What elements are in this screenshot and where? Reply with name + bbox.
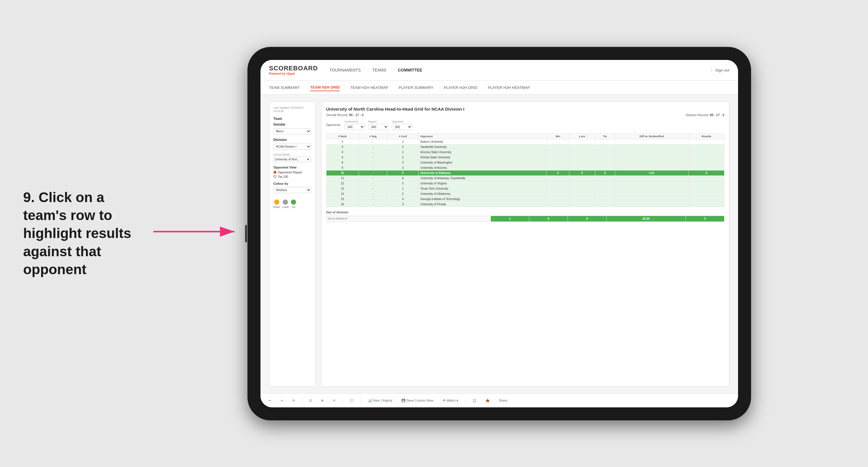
fit-button[interactable]: ⊡ (307, 398, 314, 404)
grid-panel: University of North Carolina Head-to-Hea… (321, 101, 730, 386)
out-division-loss: 0 (529, 216, 567, 222)
subnav-team-h2h-heatmap[interactable]: TEAM H2H HEATMAP (350, 84, 388, 91)
table-row[interactable]: 15-4Georgia Institute of Technology (326, 196, 724, 202)
colour-by-title: Colour by (274, 182, 311, 185)
legend-dot-up (291, 200, 296, 205)
gender-select[interactable]: Men's (274, 128, 311, 134)
legend-label-level: Level (282, 206, 289, 208)
tablet-frame: SCOREBOARD Powered by clippd TOURNAMENTS… (247, 47, 751, 420)
sub-nav: TEAM SUMMARY TEAM H2H GRID TEAM H2H HEAT… (260, 81, 738, 95)
subnav-player-h2h-grid[interactable]: PLAYER H2H GRID (444, 84, 477, 91)
radio-opponents-played[interactable]: Opponents Played (274, 171, 311, 174)
table-row[interactable]: 8-2University of Washington (326, 160, 724, 165)
th-rounds: Rounds (688, 134, 724, 139)
out-division-win: 1 (491, 216, 529, 222)
watch-button[interactable]: 👁 Watch ▾ (440, 398, 461, 404)
th-conf: # Conf (387, 134, 418, 139)
share-button[interactable]: Share (497, 398, 510, 403)
colour-by-select[interactable]: Win/loss (274, 187, 311, 193)
view-original-button[interactable]: 📊 View: Original (366, 398, 395, 404)
table-row[interactable]: 3-2Vanderbilt University (326, 144, 724, 149)
opponent-filter: Opponent (All) (392, 120, 412, 130)
opponent-select[interactable]: (All) (392, 124, 412, 130)
subnav-player-h2h-heatmap[interactable]: PLAYER H2H HEATMAP (488, 84, 530, 91)
division-select[interactable]: NCAA Division I (274, 144, 311, 150)
nav-teams[interactable]: TEAMS (372, 66, 386, 74)
out-division-row[interactable]: NCAA Division II 1 0 0 26.00 3 (326, 216, 724, 222)
out-division-rounds: 3 (686, 216, 724, 222)
legend-label-up: Up (292, 206, 295, 208)
h2h-table: # Rank # Reg # Conf Opponent Win Loss Ti… (326, 134, 724, 207)
th-diff: Diff Av Strokes/Rnd (615, 134, 688, 139)
main-content: Last Updated: 27/03/2024 16:55:38 Team G… (260, 95, 738, 393)
nav-committee[interactable]: COMMITTEE (398, 66, 422, 74)
gender-label: Gender (274, 122, 311, 126)
table-row[interactable]: 4-1Arizona State University (326, 149, 724, 155)
left-panel: Last Updated: 27/03/2024 16:55:38 Team G… (269, 101, 315, 386)
out-division-table: NCAA Division II 1 0 0 26.00 3 (326, 216, 724, 222)
th-loss: Loss (569, 134, 595, 139)
add-button[interactable]: ⊕ (319, 398, 326, 404)
subnav-team-summary[interactable]: TEAM SUMMARY (269, 84, 300, 91)
subnav-team-h2h-grid[interactable]: TEAM H2H GRID (310, 84, 340, 91)
table-row[interactable]: 16-3University of Florida (326, 202, 724, 207)
th-reg: # Reg (359, 134, 387, 139)
sign-out-link[interactable]: Sign out (715, 68, 730, 72)
subnav-player-summary[interactable]: PLAYER SUMMARY (399, 84, 433, 91)
out-division-tie: 0 (568, 216, 607, 222)
th-opponent: Opponent (418, 134, 547, 139)
app-bar: SCOREBOARD Powered by clippd TOURNAMENTS… (260, 60, 738, 81)
table-row[interactable]: 11-6University of Arkansas, Fayetteville (326, 175, 724, 181)
table-row[interactable]: 10-5University of Alabama3002.618 (326, 170, 724, 175)
logo-powered: Powered by clippd (269, 72, 318, 75)
radio-top100[interactable]: Top 100 (274, 175, 311, 178)
radio-dot-top100 (274, 175, 276, 178)
tablet-screen: SCOREBOARD Powered by clippd TOURNAMENTS… (260, 60, 738, 407)
legend-row: Down Level Up (274, 200, 311, 208)
conference-select[interactable]: (All) (344, 124, 365, 130)
team-label: Team (274, 117, 311, 121)
legend-label-down: Down (274, 206, 280, 208)
separator1 (302, 397, 302, 404)
nav-tournaments[interactable]: TOURNAMENTS (329, 66, 361, 74)
opponents-filter-label: Opponents: (326, 123, 341, 126)
undo-button[interactable]: ↩ (266, 398, 274, 404)
conference-filter: Conference (All) (344, 120, 365, 130)
region-select[interactable]: (All) (368, 124, 389, 130)
redo-button[interactable]: ↪ (278, 398, 285, 404)
th-tie: Tie (595, 134, 615, 139)
separator: | (711, 67, 712, 73)
logo-area: SCOREBOARD Powered by clippd (269, 65, 318, 75)
export-button[interactable]: 📤 (483, 398, 492, 404)
clipboard-button[interactable]: 📋 (470, 398, 479, 404)
nav-links: TOURNAMENTS TEAMS COMMITTEE (329, 66, 711, 74)
remove-button[interactable]: ✕ (331, 398, 338, 404)
opponent-view-title: Opponent View (274, 166, 311, 169)
table-row[interactable]: 2-1Auburn University (326, 139, 724, 144)
grid-title: University of North Carolina Head-to-Hea… (326, 107, 724, 112)
radio-dot-opponents (274, 171, 276, 174)
save-view-button[interactable]: 💾 Save Custom View (399, 398, 436, 404)
annotation-text: 9. Click on a team's row to highlight re… (23, 188, 139, 279)
table-row[interactable]: 14-2University of Oklahoma (326, 191, 724, 196)
logo-scoreboard: SCOREBOARD (269, 65, 318, 71)
table-row[interactable]: 9-3University of Arizona (326, 165, 724, 170)
th-rank: # Rank (326, 134, 359, 139)
legend-dot-level (283, 200, 288, 205)
legend-dot-down (274, 200, 279, 205)
last-updated: Last Updated: 27/03/2024 16:55:38 (274, 106, 311, 113)
table-row[interactable]: 6-2Florida State University (326, 155, 724, 160)
separator2 (342, 397, 343, 404)
table-row[interactable]: 13-1Texas Tech University (326, 186, 724, 191)
table-row[interactable]: 12-3University of Virginia (326, 181, 724, 186)
out-of-division-label: Out of division (326, 210, 724, 214)
out-division-name: NCAA Division II (326, 216, 491, 222)
filter-row: Opponents: Conference (All) Region (All) (326, 120, 724, 130)
refresh-button[interactable]: ⟳ (290, 398, 297, 404)
th-win: Win (547, 134, 569, 139)
side-button (245, 225, 247, 242)
school-value: University of Nort... ▼ (274, 157, 311, 162)
out-division-diff: 26.00 (607, 216, 685, 222)
bottom-toolbar: ↩ ↪ ⟳ ⊡ ⊕ ✕ 🕐 📊 View: Original 💾 Save Cu… (260, 393, 738, 407)
clock-button[interactable]: 🕐 (347, 398, 356, 404)
